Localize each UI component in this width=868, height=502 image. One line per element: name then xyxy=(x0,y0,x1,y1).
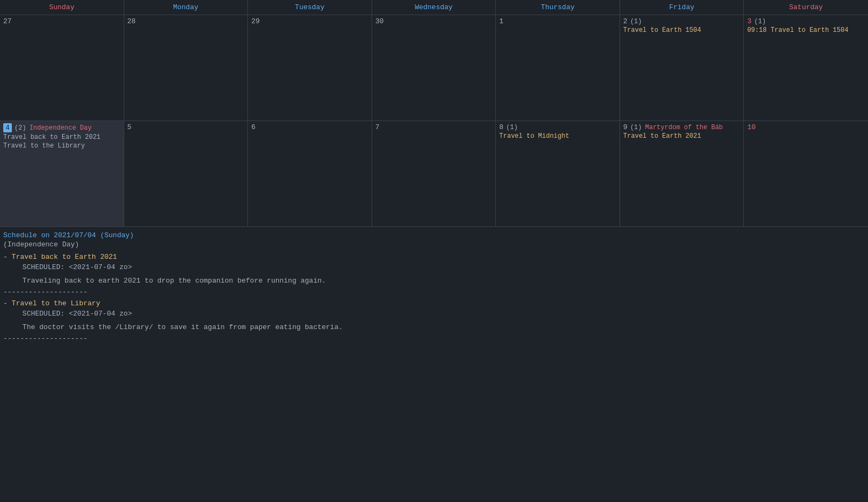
date-1: 1 xyxy=(499,17,503,25)
count-9: (1) xyxy=(630,124,642,131)
cell-2[interactable]: 2 (1) Travel to Earth 1504 xyxy=(620,15,744,121)
cell-27[interactable]: 27 xyxy=(0,15,124,121)
date-28: 28 xyxy=(127,17,136,25)
count-3: (1) xyxy=(754,18,766,25)
date-7: 7 xyxy=(375,123,380,131)
calendar-body: 27 28 29 30 1 2 (1) Travel to Earth 1504 xyxy=(0,15,868,227)
day-friday: Friday xyxy=(620,0,744,15)
cell-10[interactable]: 10 xyxy=(744,121,868,226)
schedule-divider-2: -------------------- xyxy=(3,334,865,343)
schedule-divider-1: -------------------- xyxy=(3,288,865,296)
cell-8[interactable]: 8 (1) Travel to Midnight xyxy=(496,121,620,226)
event-8-1[interactable]: Travel to Midnight xyxy=(499,132,616,140)
count-4: (2) xyxy=(15,124,26,132)
date-5: 5 xyxy=(127,123,132,131)
cell-6[interactable]: 6 xyxy=(248,121,372,226)
date-30: 30 xyxy=(375,17,384,25)
cell-28[interactable]: 28 xyxy=(124,15,248,121)
date-6: 6 xyxy=(251,123,255,131)
event-3-1[interactable]: 09:18 Travel to Earth 1504 xyxy=(747,26,865,34)
date-4: 4 xyxy=(3,123,12,132)
event-2-1[interactable]: Travel to Earth 1504 xyxy=(623,26,741,34)
day-tuesday: Tuesday xyxy=(248,0,372,15)
count-2: (1) xyxy=(630,18,642,25)
cell-4[interactable]: 4 (2) Independence Day Travel back to Ea… xyxy=(0,121,124,226)
date-29: 29 xyxy=(251,17,260,25)
schedule-item-1-desc: Traveling back to earth 2021 to drop the… xyxy=(14,277,865,285)
calendar-container: Sunday Monday Tuesday Wednesday Thursday… xyxy=(0,0,868,350)
cell-30[interactable]: 30 xyxy=(372,15,496,121)
day-sunday: Sunday xyxy=(0,0,124,15)
schedule-section: Schedule on 2021/07/04 (Sunday) (Indepen… xyxy=(0,227,868,350)
cell-29[interactable]: 29 xyxy=(248,15,372,121)
cell-1[interactable]: 1 xyxy=(496,15,620,121)
event-4-2[interactable]: Travel to the Library xyxy=(3,142,120,150)
day-wednesday: Wednesday xyxy=(372,0,496,15)
calendar-week-2: 4 (2) Independence Day Travel back to Ea… xyxy=(0,121,868,227)
cell-3[interactable]: 3 (1) 09:18 Travel to Earth 1504 xyxy=(744,15,868,121)
date-8: 8 xyxy=(499,123,503,131)
cell-5[interactable]: 5 xyxy=(124,121,248,226)
date-27: 27 xyxy=(3,17,12,25)
count-8: (1) xyxy=(506,124,518,131)
holiday-9: Martyrdom of the Báb xyxy=(645,124,723,131)
schedule-title: Schedule on 2021/07/04 (Sunday) xyxy=(3,231,865,239)
day-monday: Monday xyxy=(124,0,248,15)
event-9-1[interactable]: Travel to Earth 2021 xyxy=(623,132,741,140)
event-4-1[interactable]: Travel back to Earth 2021 xyxy=(3,133,120,141)
schedule-item-2-scheduled: SCHEDULED: <2021-07-04 zo> xyxy=(14,310,865,318)
schedule-item-1-scheduled: SCHEDULED: <2021-07-04 zo> xyxy=(14,263,865,271)
cell-7[interactable]: 7 xyxy=(372,121,496,226)
holiday-4: Independence Day xyxy=(29,124,91,132)
date-2: 2 xyxy=(623,17,628,25)
day-thursday: Thursday xyxy=(496,0,620,15)
cell-9[interactable]: 9 (1) Martyrdom of the Báb Travel to Ear… xyxy=(620,121,744,226)
calendar-week-1: 27 28 29 30 1 2 (1) Travel to Earth 1504 xyxy=(0,15,868,121)
date-10: 10 xyxy=(747,123,756,131)
day-saturday: Saturday xyxy=(744,0,868,15)
schedule-item-1-title: - Travel back to Earth 2021 xyxy=(3,253,117,261)
schedule-item-2-desc: The doctor visits the /Library/ to save … xyxy=(14,323,865,331)
schedule-item-2-title: - Travel to the Library xyxy=(3,299,100,307)
date-9: 9 xyxy=(623,123,628,131)
calendar-header: Sunday Monday Tuesday Wednesday Thursday… xyxy=(0,0,868,15)
date-3: 3 xyxy=(747,17,751,25)
schedule-holiday: (Independence Day) xyxy=(3,240,865,249)
